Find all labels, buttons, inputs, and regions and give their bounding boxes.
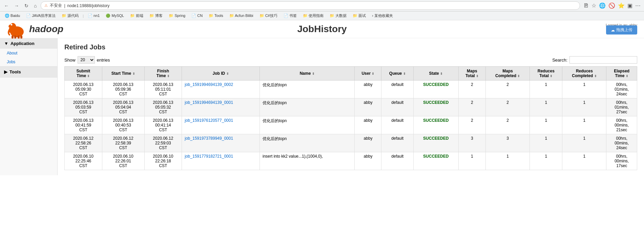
table-row: 2020.06.1305:03:59CST2020.06.1305:04:04C… — [65, 98, 637, 116]
state-badge: SUCCEEDED — [423, 82, 449, 87]
bookmarks-bar: 🌐 Baidu 📄 JAVA排序算法 📁 源代码 | 📄 nn1 🟢 MySQL… — [0, 12, 644, 20]
col-queue[interactable]: Queue ⇕ — [381, 67, 413, 81]
svg-rect-6 — [14, 36, 16, 39]
globe-icon[interactable]: 🌐 — [598, 2, 606, 9]
tools-header[interactable]: ▶ Tools — [0, 67, 57, 77]
col-maps-completed[interactable]: MapsCompleted ⇕ — [486, 67, 530, 81]
bookmark-tools[interactable]: 📁 Tools — [207, 13, 225, 19]
bookmark-acfun[interactable]: 📁 Acfun Bilibi — [227, 13, 255, 19]
state-badge: SUCCEEDED — [423, 100, 449, 105]
col-reduces-completed[interactable]: ReducesCompleted ⇕ — [562, 67, 606, 81]
bookmark-spring[interactable]: 📁 Spring — [167, 13, 187, 19]
back-button[interactable]: ← — [3, 2, 10, 9]
application-label: Application — [11, 41, 35, 46]
bookmark-frontend[interactable]: 📁 前端 — [128, 13, 145, 19]
col-submit-time[interactable]: SubmitTime ⇕ — [65, 67, 102, 81]
forward-button[interactable]: → — [13, 2, 20, 9]
col-user[interactable]: User ⇕ — [355, 67, 381, 81]
svg-rect-7 — [18, 36, 20, 39]
svg-point-3 — [11, 24, 13, 25]
upload-icon: ☁ — [611, 28, 615, 32]
bookmark-csharp[interactable]: 📁 C#技巧 — [257, 13, 279, 19]
tools-section: ▶ Tools — [0, 67, 57, 77]
address-bar[interactable]: ⚠ 不安全 | node1:19888/jobhistory — [41, 1, 580, 10]
svg-rect-5 — [12, 36, 14, 39]
entries-select[interactable]: 10 20 50 100 — [78, 56, 95, 64]
job-id-link[interactable]: job_1591973789949_0001 — [185, 136, 257, 141]
sidebar-link-about[interactable]: About — [0, 49, 57, 58]
bookmark-blog[interactable]: 📁 博客 — [147, 13, 165, 19]
application-arrow: ▼ — [4, 41, 8, 46]
col-elapsed-time[interactable]: ElapsedTime ⇕ — [606, 67, 637, 81]
col-name[interactable]: Name ⇕ — [259, 67, 354, 81]
job-id-link[interactable]: job_1591779182721_0001 — [185, 154, 257, 159]
table-header-row: SubmitTime ⇕ Start Time ⇕ FinishTime ⇕ J… — [65, 67, 637, 81]
reload-button[interactable]: ↻ — [23, 2, 30, 9]
home-button[interactable]: ⌂ — [33, 2, 38, 9]
star-icon[interactable]: ☆ — [591, 2, 597, 9]
jobs-table: SubmitTime ⇕ Start Time ⇕ FinishTime ⇕ J… — [64, 66, 637, 170]
bookmark-guide[interactable]: 📁 使用指南 — [301, 13, 326, 19]
url-text: node1:19888/jobhistory — [67, 3, 110, 8]
col-reduces-total[interactable]: ReducesTotal ⇕ — [530, 67, 562, 81]
bookmark-interview[interactable]: 📁 面试 — [351, 13, 368, 19]
job-id-link[interactable]: job_1591994694139_0002 — [185, 82, 257, 87]
bookmark-cn[interactable]: 📄 CN — [189, 13, 205, 19]
search-label: Search: — [552, 58, 567, 63]
section-title: Retired Jobs — [64, 43, 637, 51]
table-row: 2020.06.1222:58:26CST2020.06.1222:58:39C… — [65, 134, 637, 152]
sidebar-link-jobs[interactable]: Jobs — [0, 58, 57, 66]
sidebar: ▼ Application About Jobs ▶ Tools — [0, 38, 58, 175]
job-id-link[interactable]: job_1591976120577_0001 — [185, 118, 257, 123]
bookmark-baidu[interactable]: 🌐 Baidu — [3, 13, 22, 19]
col-finish-time[interactable]: FinishTime ⇕ — [144, 67, 182, 81]
entries-label: entries — [97, 58, 110, 63]
bookmark-bookmark[interactable]: 📄 书签 — [282, 13, 299, 19]
page-header: hadoop JobHistory Logged in as: abby ☁ 拖… — [0, 20, 644, 38]
security-label: 不安全 — [50, 3, 62, 8]
main-content: Retired Jobs Show 10 20 50 100 entries S… — [58, 38, 644, 175]
hadoop-elephant-icon — [7, 20, 27, 39]
application-header[interactable]: ▼ Application — [0, 38, 57, 49]
hadoop-logo: hadoop — [7, 20, 63, 39]
logo-text: hadoop — [29, 24, 63, 35]
upload-button[interactable]: ☁ 拖拽上传 — [606, 25, 637, 35]
table-row: 2020.06.1300:41:59CST2020.06.1300:40:53C… — [65, 116, 637, 134]
state-badge: SUCCEEDED — [423, 136, 449, 141]
bookmark-mysql[interactable]: 🟢 MySQL — [104, 13, 126, 19]
extension-icon[interactable]: ⭐ — [617, 2, 625, 9]
menu-icon[interactable]: ⋯ — [635, 2, 641, 9]
search-input[interactable] — [569, 56, 637, 64]
table-row: 2020.06.1022:25:46CST2020.06.1022:26:01C… — [65, 152, 637, 170]
body-layout: ▼ Application About Jobs ▶ Tools Retired… — [0, 38, 644, 175]
bookmark-java[interactable]: 📄 JAVA排序算法 — [24, 13, 58, 19]
bookmark-bigdata[interactable]: 📁 大数据 — [328, 13, 349, 19]
bookmark-nn1[interactable]: 📄 nn1 — [86, 13, 102, 19]
adblock-icon[interactable]: 🚫 — [608, 2, 616, 9]
browser-icons: 🖹 ☆ 🌐 🚫 ⭐ ▣ ⋯ — [583, 2, 641, 9]
address-separator: | — [64, 3, 65, 8]
table-row: 2020.06.1305:09:30CST2020.06.1305:09:36C… — [65, 81, 637, 98]
tools-arrow: ▶ — [4, 69, 7, 74]
col-state[interactable]: State ⇕ — [413, 67, 458, 81]
tab-icon[interactable]: ▣ — [627, 2, 633, 9]
show-entries: Show 10 20 50 100 entries — [64, 56, 110, 64]
tools-label: Tools — [9, 69, 21, 74]
col-start-time[interactable]: Start Time ⇕ — [102, 67, 144, 81]
application-section: ▼ Application About Jobs — [0, 38, 57, 67]
table-body: 2020.06.1305:09:30CST2020.06.1305:09:36C… — [65, 81, 637, 170]
svg-rect-8 — [20, 36, 22, 39]
search-box: Search: — [552, 56, 637, 64]
table-controls: Show 10 20 50 100 entries Search: — [64, 56, 637, 64]
col-job-id[interactable]: Job ID ⇕ — [182, 67, 260, 81]
security-icon: ⚠ — [44, 3, 48, 8]
job-id-link[interactable]: job_1591994694139_0001 — [185, 100, 257, 105]
show-label: Show — [64, 58, 76, 63]
col-maps-total[interactable]: MapsTotal ⇕ — [458, 67, 486, 81]
translate-icon[interactable]: 🖹 — [583, 2, 589, 9]
browser-bar: ← → ↻ ⌂ ⚠ 不安全 | node1:19888/jobhistory 🖹… — [0, 0, 644, 12]
page-title: JobHistory — [297, 24, 347, 35]
bookmark-more[interactable]: › 某他收藏夹 — [370, 13, 395, 19]
state-badge: SUCCEEDED — [423, 118, 449, 123]
bookmark-source[interactable]: 📁 源代码 — [60, 13, 81, 19]
